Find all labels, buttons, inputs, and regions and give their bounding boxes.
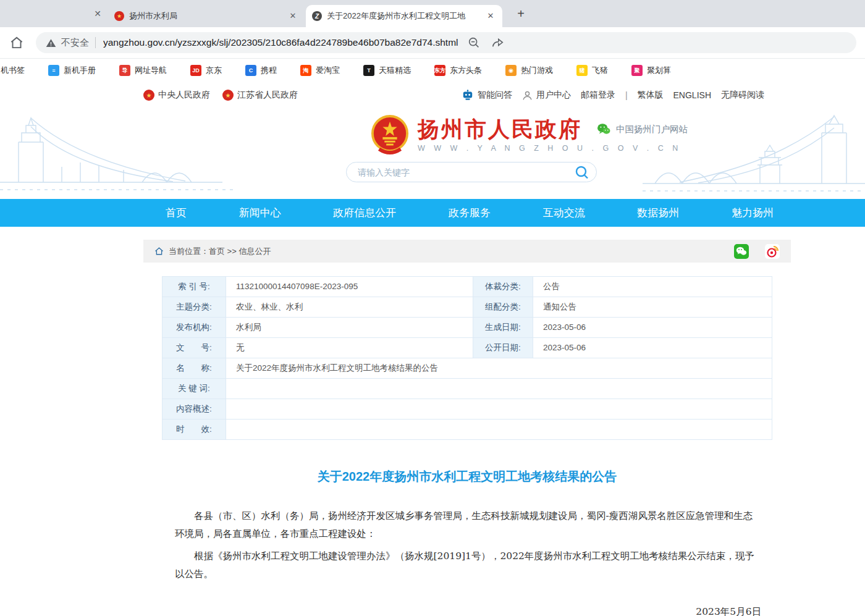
nav-item[interactable]: 新闻中心 — [239, 206, 281, 220]
info-value: 2023-05-06 — [533, 318, 772, 338]
zoom-out-icon[interactable] — [467, 36, 481, 49]
breadcrumb: 当前位置：首页 >> 信息公开 — [143, 240, 791, 263]
site-banner: 扬州市人民政府 W W W . Y A N G Z H O U . G O V … — [0, 108, 865, 199]
info-label: 发布机构: — [162, 318, 226, 338]
article-paragraph: 根据《扬州市水利工程文明工地建设管理办法》（扬水规[2019]1号），2022年… — [175, 547, 761, 583]
share-icon[interactable] — [491, 36, 504, 49]
robot-icon — [462, 90, 474, 101]
link-label: 用户中心 — [536, 90, 571, 101]
emblem-icon: ★ — [222, 90, 234, 101]
nav-item[interactable]: 政务服务 — [449, 206, 491, 220]
article-date: 2023年5月6日 — [175, 603, 761, 616]
user-icon — [522, 90, 533, 101]
site-search[interactable] — [346, 162, 597, 182]
link-label: 智能问答 — [478, 90, 512, 101]
search-input[interactable] — [358, 167, 574, 177]
nav-item[interactable]: 魅力扬州 — [732, 206, 774, 220]
info-value — [226, 379, 772, 399]
tab-title: 扬州市水利局 — [129, 11, 284, 22]
info-value: 通知公告 — [533, 297, 772, 318]
bookmark-label: 机书签 — [1, 65, 25, 76]
bookmark-favicon: 东方 — [434, 65, 445, 76]
info-label: 主题分类: — [162, 297, 226, 318]
bookmark-favicon: C — [245, 65, 256, 76]
bookmark-label: 飞猪 — [592, 65, 608, 76]
bookmark-item[interactable]: T 天猫精选 — [363, 65, 411, 76]
bookmark-favicon: 淘 — [300, 65, 311, 76]
link-smart-qa[interactable]: 智能问答 — [462, 90, 512, 101]
emblem-icon: ★ — [143, 90, 154, 101]
link-accessibility[interactable]: 无障碍阅读 — [721, 90, 764, 101]
bookmark-item[interactable]: 猪 飞猪 — [576, 65, 608, 76]
article-title: 关于2022年度扬州市水利工程文明工地考核结果的公告 — [143, 468, 791, 485]
nav-item[interactable]: 互动交流 — [543, 206, 585, 220]
bookmark-label: 天猫精选 — [379, 65, 411, 76]
info-label: 名 称: — [162, 358, 226, 379]
bookmark-label: 爱淘宝 — [316, 65, 340, 76]
bookmark-item[interactable]: 机书签 — [1, 65, 25, 76]
bookmark-label: 携程 — [261, 65, 277, 76]
bookmark-item[interactable]: ≡ 新机手册 — [48, 65, 96, 76]
browser-toolbar: 不安全 yangzhou.gov.cn/yzszxxgk/slj/202305/… — [0, 27, 865, 59]
bookmark-favicon: 导 — [119, 65, 130, 76]
info-value: 公告 — [533, 277, 772, 297]
gov-emblem-favicon: ★ — [114, 11, 124, 21]
link-mail-login[interactable]: 邮箱登录 — [581, 90, 615, 101]
info-label: 关 键 词: — [162, 379, 226, 399]
tab2-close-icon[interactable]: ✕ — [287, 11, 298, 22]
info-table: 索 引 号:11321000014407098E-2023-095体裁分类:公告… — [162, 276, 772, 440]
tab-yangzhou-water-bureau[interactable]: ★ 扬州市水利局 ✕ — [108, 5, 305, 27]
bookmark-favicon: 聚 — [631, 65, 643, 76]
info-value: 11321000014407098E-2023-095 — [226, 277, 473, 297]
bookmark-favicon: JD — [190, 65, 201, 76]
nav-item[interactable]: 政府信息公开 — [333, 206, 396, 220]
bookmark-item[interactable]: C 携程 — [245, 65, 277, 76]
search-icon[interactable] — [574, 164, 590, 180]
bookmark-label: 聚划算 — [647, 65, 671, 76]
link-central-government[interactable]: ★ 中央人民政府 — [143, 90, 210, 101]
nav-item[interactable]: 首页 — [166, 206, 187, 220]
bookmark-item[interactable]: 聚 聚划算 — [631, 65, 671, 76]
link-user-center[interactable]: 用户中心 — [522, 90, 571, 101]
link-label: 邮箱登录 — [581, 90, 615, 101]
new-tab-button[interactable]: + — [513, 6, 529, 22]
url-bar[interactable]: 不安全 yangzhou.gov.cn/yzszxxgk/slj/202305/… — [36, 32, 856, 53]
info-value — [226, 399, 772, 420]
bookmark-favicon: 猪 — [576, 65, 588, 76]
link-label: 繁体版 — [638, 90, 664, 101]
link-english[interactable]: ENGLISH — [673, 90, 711, 100]
bookmark-label: 网址导航 — [135, 65, 167, 76]
bookmark-item[interactable]: 淘 爱淘宝 — [300, 65, 340, 76]
info-value: 无 — [226, 338, 473, 358]
tab1-close-icon[interactable]: ✕ — [91, 7, 104, 20]
info-label: 时 效: — [162, 420, 226, 440]
national-emblem-icon — [371, 114, 409, 155]
bookmark-label: 京东 — [206, 65, 222, 76]
breadcrumb-text[interactable]: 当前位置：首页 >> 信息公开 — [169, 246, 271, 257]
tab-active-announcement[interactable]: Z 关于2022年度扬州市水利工程文明工地 ✕ — [306, 5, 502, 27]
tab3-close-icon[interactable]: ✕ — [485, 11, 496, 22]
divider: | — [625, 90, 628, 100]
bookmark-item[interactable]: ◉ 热门游戏 — [505, 65, 553, 76]
bookmark-item[interactable]: JD 京东 — [190, 65, 222, 76]
info-value — [226, 420, 772, 440]
bookmark-item[interactable]: 导 网址导航 — [119, 65, 167, 76]
site-domain: W W W . Y A N G Z H O U . G O V . C N — [418, 144, 681, 153]
link-traditional-chinese[interactable]: 繁体版 — [638, 90, 664, 101]
info-value: 农业、林业、水利 — [226, 297, 473, 318]
link-label: 中央人民政府 — [158, 90, 210, 101]
weibo-share-icon[interactable] — [765, 244, 780, 259]
info-label: 体裁分类: — [473, 277, 533, 297]
home-icon[interactable] — [9, 35, 25, 51]
bookmark-item[interactable]: 东方 东方头条 — [434, 65, 482, 76]
wechat-icon — [597, 123, 610, 135]
gov-links-bar: ★ 中央人民政府 ★ 江苏省人民政府 智能问答 用户中心 邮箱登录 — [0, 82, 865, 108]
wechat-share-icon[interactable] — [734, 244, 749, 259]
nav-item[interactable]: 数据扬州 — [637, 206, 679, 220]
portal-link[interactable]: 中国扬州门户网站 — [597, 123, 688, 135]
page-content: 当前位置：首页 >> 信息公开 索 引 号:11321000014407098E… — [143, 240, 791, 616]
info-label: 索 引 号: — [162, 277, 226, 297]
link-jiangsu-government[interactable]: ★ 江苏省人民政府 — [222, 90, 298, 101]
bookmark-label: 东方头条 — [450, 65, 482, 76]
browser-tab-bar: ✕ ★ 扬州市水利局 ✕ Z 关于2022年度扬州市水利工程文明工地 ✕ + — [0, 0, 865, 27]
